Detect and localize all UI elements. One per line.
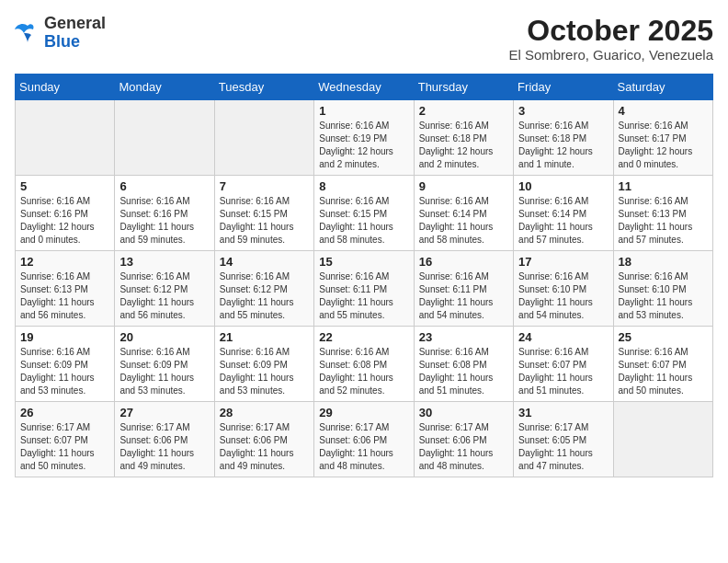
day-info: Sunrise: 6:16 AM Sunset: 6:19 PM Dayligh…	[319, 120, 408, 171]
calendar-cell: 16Sunrise: 6:16 AM Sunset: 6:11 PM Dayli…	[414, 251, 513, 327]
day-number: 12	[20, 255, 109, 269]
calendar-cell: 21Sunrise: 6:16 AM Sunset: 6:09 PM Dayli…	[214, 327, 313, 402]
day-info: Sunrise: 6:16 AM Sunset: 6:16 PM Dayligh…	[119, 195, 209, 247]
calendar-cell: 22Sunrise: 6:16 AM Sunset: 6:08 PM Dayli…	[314, 327, 414, 402]
day-number: 7	[220, 179, 309, 193]
day-info: Sunrise: 6:17 AM Sunset: 6:06 PM Dayligh…	[419, 421, 508, 473]
day-info: Sunrise: 6:16 AM Sunset: 6:07 PM Dayligh…	[619, 346, 708, 397]
day-info: Sunrise: 6:16 AM Sunset: 6:13 PM Dayligh…	[619, 195, 708, 247]
logo-bird-icon	[15, 22, 40, 44]
calendar-week-row: 1Sunrise: 6:16 AM Sunset: 6:19 PM Daylig…	[16, 100, 713, 176]
day-info: Sunrise: 6:16 AM Sunset: 6:08 PM Dayligh…	[419, 346, 508, 397]
location-subtitle: El Sombrero, Guarico, Venezuela	[508, 47, 713, 63]
calendar-cell: 7Sunrise: 6:16 AM Sunset: 6:15 PM Daylig…	[214, 176, 313, 251]
calendar-cell: 15Sunrise: 6:16 AM Sunset: 6:11 PM Dayli…	[314, 251, 414, 327]
logo-blue: Blue	[44, 32, 80, 51]
day-number: 4	[619, 104, 708, 118]
day-number: 21	[220, 330, 309, 344]
calendar-cell: 3Sunrise: 6:16 AM Sunset: 6:18 PM Daylig…	[514, 100, 613, 176]
day-number: 31	[518, 406, 608, 419]
calendar-cell	[214, 100, 313, 176]
day-number: 30	[419, 406, 508, 419]
day-number: 5	[20, 179, 109, 193]
day-number: 19	[20, 330, 109, 344]
day-number: 28	[220, 406, 309, 419]
day-info: Sunrise: 6:16 AM Sunset: 6:12 PM Dayligh…	[119, 270, 209, 322]
calendar-cell: 18Sunrise: 6:16 AM Sunset: 6:10 PM Dayli…	[613, 251, 712, 327]
day-info: Sunrise: 6:17 AM Sunset: 6:06 PM Dayligh…	[319, 421, 408, 473]
calendar-cell: 17Sunrise: 6:16 AM Sunset: 6:10 PM Dayli…	[514, 251, 613, 327]
logo-general: General	[44, 14, 106, 32]
day-info: Sunrise: 6:16 AM Sunset: 6:10 PM Dayligh…	[619, 270, 708, 322]
day-number: 3	[518, 104, 608, 118]
day-number: 10	[518, 179, 608, 193]
day-info: Sunrise: 6:16 AM Sunset: 6:08 PM Dayligh…	[319, 346, 408, 397]
calendar-cell: 12Sunrise: 6:16 AM Sunset: 6:13 PM Dayli…	[16, 251, 115, 327]
calendar-cell: 13Sunrise: 6:16 AM Sunset: 6:12 PM Dayli…	[115, 251, 214, 327]
day-number: 9	[419, 179, 508, 193]
day-number: 6	[119, 179, 209, 193]
calendar-cell: 23Sunrise: 6:16 AM Sunset: 6:08 PM Dayli…	[414, 327, 513, 402]
calendar-cell: 9Sunrise: 6:16 AM Sunset: 6:14 PM Daylig…	[414, 176, 513, 251]
calendar-cell: 29Sunrise: 6:17 AM Sunset: 6:06 PM Dayli…	[314, 402, 414, 477]
calendar-cell: 20Sunrise: 6:16 AM Sunset: 6:09 PM Dayli…	[115, 327, 214, 402]
day-info: Sunrise: 6:16 AM Sunset: 6:09 PM Dayligh…	[119, 346, 209, 397]
day-number: 24	[518, 330, 608, 344]
calendar-cell: 11Sunrise: 6:16 AM Sunset: 6:13 PM Dayli…	[613, 176, 712, 251]
logo: General Blue	[15, 15, 106, 52]
calendar-cell: 27Sunrise: 6:17 AM Sunset: 6:06 PM Dayli…	[115, 402, 214, 477]
day-info: Sunrise: 6:16 AM Sunset: 6:15 PM Dayligh…	[319, 195, 408, 247]
calendar-header-friday: Friday	[514, 75, 613, 100]
day-info: Sunrise: 6:16 AM Sunset: 6:07 PM Dayligh…	[518, 346, 608, 397]
day-info: Sunrise: 6:16 AM Sunset: 6:11 PM Dayligh…	[319, 270, 408, 322]
day-info: Sunrise: 6:16 AM Sunset: 6:16 PM Dayligh…	[20, 195, 109, 247]
day-number: 11	[619, 179, 708, 193]
calendar-header-tuesday: Tuesday	[214, 75, 313, 100]
day-info: Sunrise: 6:16 AM Sunset: 6:09 PM Dayligh…	[220, 346, 309, 397]
day-number: 23	[419, 330, 508, 344]
calendar-cell: 30Sunrise: 6:17 AM Sunset: 6:06 PM Dayli…	[414, 402, 513, 477]
calendar-header-wednesday: Wednesday	[314, 75, 414, 100]
calendar-header-monday: Monday	[115, 75, 214, 100]
calendar-cell: 14Sunrise: 6:16 AM Sunset: 6:12 PM Dayli…	[214, 251, 313, 327]
calendar-cell	[613, 402, 712, 477]
day-number: 1	[319, 104, 408, 118]
day-info: Sunrise: 6:16 AM Sunset: 6:11 PM Dayligh…	[419, 270, 508, 322]
page-header: General Blue October 2025 El Sombrero, G…	[15, 15, 713, 63]
calendar-cell: 6Sunrise: 6:16 AM Sunset: 6:16 PM Daylig…	[115, 176, 214, 251]
calendar-cell: 5Sunrise: 6:16 AM Sunset: 6:16 PM Daylig…	[16, 176, 115, 251]
calendar-header-thursday: Thursday	[414, 75, 513, 100]
day-number: 14	[220, 255, 309, 269]
day-number: 26	[20, 406, 109, 419]
calendar-cell: 24Sunrise: 6:16 AM Sunset: 6:07 PM Dayli…	[514, 327, 613, 402]
day-info: Sunrise: 6:16 AM Sunset: 6:14 PM Dayligh…	[419, 195, 508, 247]
calendar-week-row: 12Sunrise: 6:16 AM Sunset: 6:13 PM Dayli…	[16, 251, 713, 327]
day-number: 22	[319, 330, 408, 344]
day-number: 29	[319, 406, 408, 419]
day-number: 17	[518, 255, 608, 269]
calendar-week-row: 19Sunrise: 6:16 AM Sunset: 6:09 PM Dayli…	[16, 327, 713, 402]
calendar-header-sunday: Sunday	[16, 75, 115, 100]
day-number: 8	[319, 179, 408, 193]
calendar-cell: 2Sunrise: 6:16 AM Sunset: 6:18 PM Daylig…	[414, 100, 513, 176]
logo-text: General Blue	[44, 15, 106, 52]
day-info: Sunrise: 6:16 AM Sunset: 6:18 PM Dayligh…	[518, 120, 608, 171]
day-number: 2	[419, 104, 508, 118]
day-number: 25	[619, 330, 708, 344]
calendar-cell: 1Sunrise: 6:16 AM Sunset: 6:19 PM Daylig…	[314, 100, 414, 176]
calendar-cell: 19Sunrise: 6:16 AM Sunset: 6:09 PM Dayli…	[16, 327, 115, 402]
calendar-cell: 10Sunrise: 6:16 AM Sunset: 6:14 PM Dayli…	[514, 176, 613, 251]
day-info: Sunrise: 6:16 AM Sunset: 6:12 PM Dayligh…	[220, 270, 309, 322]
calendar-table: SundayMondayTuesdayWednesdayThursdayFrid…	[15, 74, 713, 477]
day-info: Sunrise: 6:16 AM Sunset: 6:10 PM Dayligh…	[518, 270, 608, 322]
calendar-cell	[16, 100, 115, 176]
calendar-cell: 28Sunrise: 6:17 AM Sunset: 6:06 PM Dayli…	[214, 402, 313, 477]
day-info: Sunrise: 6:16 AM Sunset: 6:09 PM Dayligh…	[20, 346, 109, 397]
day-info: Sunrise: 6:17 AM Sunset: 6:06 PM Dayligh…	[220, 421, 309, 473]
calendar-week-row: 5Sunrise: 6:16 AM Sunset: 6:16 PM Daylig…	[16, 176, 713, 251]
month-title: October 2025	[508, 15, 713, 47]
day-info: Sunrise: 6:16 AM Sunset: 6:17 PM Dayligh…	[619, 120, 708, 171]
day-info: Sunrise: 6:17 AM Sunset: 6:07 PM Dayligh…	[20, 421, 109, 473]
day-number: 20	[119, 330, 209, 344]
calendar-header-saturday: Saturday	[613, 75, 712, 100]
